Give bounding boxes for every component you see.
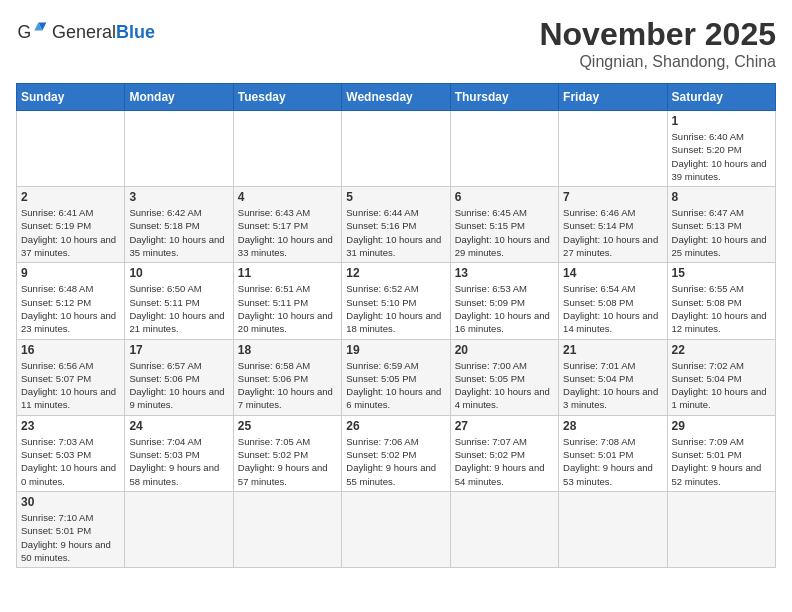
weekday-header-thursday: Thursday: [450, 84, 558, 111]
day-info: Sunrise: 7:04 AM Sunset: 5:03 PM Dayligh…: [129, 435, 228, 488]
month-title: November 2025: [539, 16, 776, 53]
calendar-cell: 29Sunrise: 7:09 AM Sunset: 5:01 PM Dayli…: [667, 415, 775, 491]
day-info: Sunrise: 6:54 AM Sunset: 5:08 PM Dayligh…: [563, 282, 662, 335]
day-number: 23: [21, 419, 120, 433]
day-number: 24: [129, 419, 228, 433]
calendar-cell: 8Sunrise: 6:47 AM Sunset: 5:13 PM Daylig…: [667, 187, 775, 263]
calendar-cell: 17Sunrise: 6:57 AM Sunset: 5:06 PM Dayli…: [125, 339, 233, 415]
day-number: 27: [455, 419, 554, 433]
day-number: 22: [672, 343, 771, 357]
day-number: 11: [238, 266, 337, 280]
logo-icon: G: [16, 16, 48, 48]
day-number: 8: [672, 190, 771, 204]
calendar-cell: 27Sunrise: 7:07 AM Sunset: 5:02 PM Dayli…: [450, 415, 558, 491]
calendar-cell: 4Sunrise: 6:43 AM Sunset: 5:17 PM Daylig…: [233, 187, 341, 263]
day-number: 9: [21, 266, 120, 280]
calendar-cell: 7Sunrise: 6:46 AM Sunset: 5:14 PM Daylig…: [559, 187, 667, 263]
calendar-cell: [450, 491, 558, 567]
calendar-cell: 28Sunrise: 7:08 AM Sunset: 5:01 PM Dayli…: [559, 415, 667, 491]
day-number: 1: [672, 114, 771, 128]
logo-text: GeneralBlue: [52, 22, 155, 43]
day-number: 3: [129, 190, 228, 204]
title-area: November 2025 Qingnian, Shandong, China: [539, 16, 776, 71]
calendar-cell: [233, 111, 341, 187]
calendar-cell: 3Sunrise: 6:42 AM Sunset: 5:18 PM Daylig…: [125, 187, 233, 263]
day-info: Sunrise: 6:57 AM Sunset: 5:06 PM Dayligh…: [129, 359, 228, 412]
calendar-cell: 20Sunrise: 7:00 AM Sunset: 5:05 PM Dayli…: [450, 339, 558, 415]
day-info: Sunrise: 6:47 AM Sunset: 5:13 PM Dayligh…: [672, 206, 771, 259]
day-number: 4: [238, 190, 337, 204]
calendar-cell: [450, 111, 558, 187]
calendar-cell: 26Sunrise: 7:06 AM Sunset: 5:02 PM Dayli…: [342, 415, 450, 491]
logo-general: General: [52, 22, 116, 42]
day-info: Sunrise: 6:58 AM Sunset: 5:06 PM Dayligh…: [238, 359, 337, 412]
calendar-cell: [125, 111, 233, 187]
day-info: Sunrise: 6:46 AM Sunset: 5:14 PM Dayligh…: [563, 206, 662, 259]
day-number: 19: [346, 343, 445, 357]
calendar-cell: [17, 111, 125, 187]
calendar-cell: 23Sunrise: 7:03 AM Sunset: 5:03 PM Dayli…: [17, 415, 125, 491]
calendar-cell: 25Sunrise: 7:05 AM Sunset: 5:02 PM Dayli…: [233, 415, 341, 491]
calendar-cell: [125, 491, 233, 567]
day-info: Sunrise: 6:44 AM Sunset: 5:16 PM Dayligh…: [346, 206, 445, 259]
day-number: 17: [129, 343, 228, 357]
day-number: 16: [21, 343, 120, 357]
day-info: Sunrise: 7:08 AM Sunset: 5:01 PM Dayligh…: [563, 435, 662, 488]
week-row-0: 1Sunrise: 6:40 AM Sunset: 5:20 PM Daylig…: [17, 111, 776, 187]
location-title: Qingnian, Shandong, China: [539, 53, 776, 71]
day-number: 12: [346, 266, 445, 280]
day-number: 30: [21, 495, 120, 509]
calendar-cell: 10Sunrise: 6:50 AM Sunset: 5:11 PM Dayli…: [125, 263, 233, 339]
day-number: 2: [21, 190, 120, 204]
day-info: Sunrise: 7:00 AM Sunset: 5:05 PM Dayligh…: [455, 359, 554, 412]
calendar-cell: 11Sunrise: 6:51 AM Sunset: 5:11 PM Dayli…: [233, 263, 341, 339]
calendar-cell: 9Sunrise: 6:48 AM Sunset: 5:12 PM Daylig…: [17, 263, 125, 339]
day-number: 7: [563, 190, 662, 204]
calendar-cell: [667, 491, 775, 567]
weekday-header-sunday: Sunday: [17, 84, 125, 111]
day-number: 6: [455, 190, 554, 204]
calendar-cell: [559, 491, 667, 567]
weekday-header-row: SundayMondayTuesdayWednesdayThursdayFrid…: [17, 84, 776, 111]
day-info: Sunrise: 6:48 AM Sunset: 5:12 PM Dayligh…: [21, 282, 120, 335]
day-info: Sunrise: 7:10 AM Sunset: 5:01 PM Dayligh…: [21, 511, 120, 564]
weekday-header-monday: Monday: [125, 84, 233, 111]
calendar-cell: [342, 111, 450, 187]
day-info: Sunrise: 6:40 AM Sunset: 5:20 PM Dayligh…: [672, 130, 771, 183]
calendar-cell: [233, 491, 341, 567]
calendar-cell: 24Sunrise: 7:04 AM Sunset: 5:03 PM Dayli…: [125, 415, 233, 491]
calendar-cell: 30Sunrise: 7:10 AM Sunset: 5:01 PM Dayli…: [17, 491, 125, 567]
calendar-cell: [342, 491, 450, 567]
day-number: 13: [455, 266, 554, 280]
day-info: Sunrise: 6:59 AM Sunset: 5:05 PM Dayligh…: [346, 359, 445, 412]
week-row-4: 23Sunrise: 7:03 AM Sunset: 5:03 PM Dayli…: [17, 415, 776, 491]
day-info: Sunrise: 6:50 AM Sunset: 5:11 PM Dayligh…: [129, 282, 228, 335]
day-info: Sunrise: 6:41 AM Sunset: 5:19 PM Dayligh…: [21, 206, 120, 259]
calendar-cell: 21Sunrise: 7:01 AM Sunset: 5:04 PM Dayli…: [559, 339, 667, 415]
calendar-cell: 16Sunrise: 6:56 AM Sunset: 5:07 PM Dayli…: [17, 339, 125, 415]
svg-text:G: G: [18, 22, 32, 42]
day-info: Sunrise: 7:01 AM Sunset: 5:04 PM Dayligh…: [563, 359, 662, 412]
calendar-cell: 1Sunrise: 6:40 AM Sunset: 5:20 PM Daylig…: [667, 111, 775, 187]
day-info: Sunrise: 6:45 AM Sunset: 5:15 PM Dayligh…: [455, 206, 554, 259]
day-number: 21: [563, 343, 662, 357]
calendar-cell: 12Sunrise: 6:52 AM Sunset: 5:10 PM Dayli…: [342, 263, 450, 339]
week-row-1: 2Sunrise: 6:41 AM Sunset: 5:19 PM Daylig…: [17, 187, 776, 263]
day-info: Sunrise: 6:55 AM Sunset: 5:08 PM Dayligh…: [672, 282, 771, 335]
day-number: 25: [238, 419, 337, 433]
day-number: 5: [346, 190, 445, 204]
day-info: Sunrise: 7:07 AM Sunset: 5:02 PM Dayligh…: [455, 435, 554, 488]
weekday-header-friday: Friday: [559, 84, 667, 111]
day-number: 15: [672, 266, 771, 280]
week-row-3: 16Sunrise: 6:56 AM Sunset: 5:07 PM Dayli…: [17, 339, 776, 415]
day-info: Sunrise: 6:53 AM Sunset: 5:09 PM Dayligh…: [455, 282, 554, 335]
week-row-2: 9Sunrise: 6:48 AM Sunset: 5:12 PM Daylig…: [17, 263, 776, 339]
day-number: 29: [672, 419, 771, 433]
calendar-cell: 14Sunrise: 6:54 AM Sunset: 5:08 PM Dayli…: [559, 263, 667, 339]
day-info: Sunrise: 7:03 AM Sunset: 5:03 PM Dayligh…: [21, 435, 120, 488]
calendar-cell: 22Sunrise: 7:02 AM Sunset: 5:04 PM Dayli…: [667, 339, 775, 415]
weekday-header-tuesday: Tuesday: [233, 84, 341, 111]
logo-blue: Blue: [116, 22, 155, 42]
day-number: 28: [563, 419, 662, 433]
calendar-cell: 15Sunrise: 6:55 AM Sunset: 5:08 PM Dayli…: [667, 263, 775, 339]
